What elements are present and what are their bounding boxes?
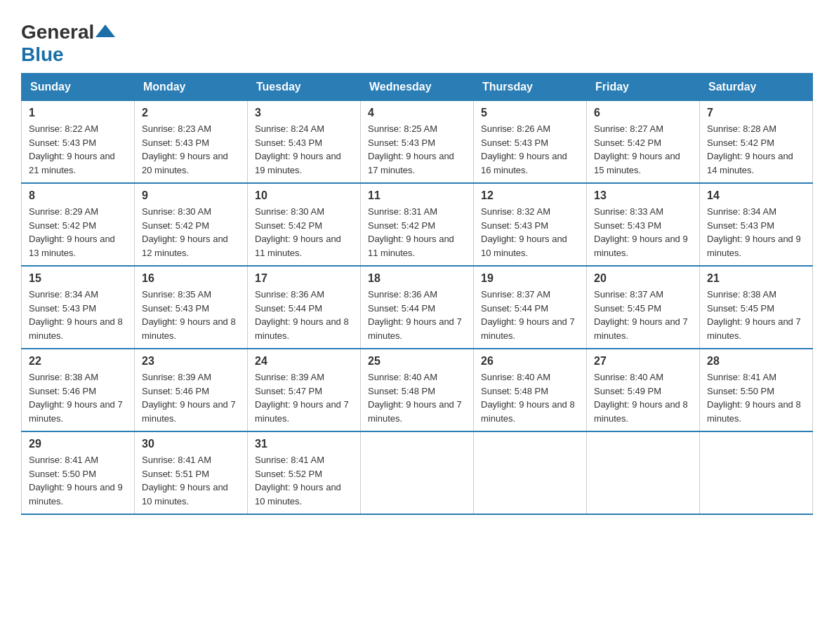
day-info: Sunrise: 8:26 AMSunset: 5:43 PMDaylight:… (481, 123, 567, 175)
calendar-cell (474, 431, 587, 514)
calendar-cell (700, 431, 813, 514)
day-info: Sunrise: 8:28 AMSunset: 5:42 PMDaylight:… (707, 123, 793, 175)
weekday-header-wednesday: Wednesday (361, 74, 474, 101)
calendar-week-row: 1 Sunrise: 8:22 AMSunset: 5:43 PMDayligh… (22, 101, 813, 184)
calendar-week-row: 8 Sunrise: 8:29 AMSunset: 5:42 PMDayligh… (22, 183, 813, 266)
day-info: Sunrise: 8:39 AMSunset: 5:47 PMDaylight:… (255, 372, 349, 424)
day-number: 13 (594, 189, 692, 202)
day-info: Sunrise: 8:27 AMSunset: 5:42 PMDaylight:… (594, 123, 680, 175)
day-number: 9 (142, 189, 240, 202)
logo-general-text: General (21, 21, 94, 43)
calendar-cell: 3 Sunrise: 8:24 AMSunset: 5:43 PMDayligh… (248, 101, 361, 184)
calendar-cell: 14 Sunrise: 8:34 AMSunset: 5:43 PMDaylig… (700, 183, 813, 266)
day-number: 12 (481, 189, 579, 202)
calendar-cell: 4 Sunrise: 8:25 AMSunset: 5:43 PMDayligh… (361, 101, 474, 184)
calendar-cell: 31 Sunrise: 8:41 AMSunset: 5:52 PMDaylig… (248, 431, 361, 514)
calendar-cell: 10 Sunrise: 8:30 AMSunset: 5:42 PMDaylig… (248, 183, 361, 266)
calendar-cell: 5 Sunrise: 8:26 AMSunset: 5:43 PMDayligh… (474, 101, 587, 184)
calendar-cell: 2 Sunrise: 8:23 AMSunset: 5:43 PMDayligh… (135, 101, 248, 184)
day-number: 25 (368, 355, 466, 368)
day-info: Sunrise: 8:32 AMSunset: 5:43 PMDaylight:… (481, 206, 567, 258)
day-number: 30 (142, 438, 240, 450)
day-info: Sunrise: 8:24 AMSunset: 5:43 PMDaylight:… (255, 123, 341, 175)
day-info: Sunrise: 8:41 AMSunset: 5:50 PMDaylight:… (707, 372, 801, 424)
day-info: Sunrise: 8:38 AMSunset: 5:46 PMDaylight:… (29, 372, 123, 424)
day-number: 6 (594, 107, 692, 119)
calendar-cell: 21 Sunrise: 8:38 AMSunset: 5:45 PMDaylig… (700, 266, 813, 349)
calendar-cell: 16 Sunrise: 8:35 AMSunset: 5:43 PMDaylig… (135, 266, 248, 349)
day-info: Sunrise: 8:33 AMSunset: 5:43 PMDaylight:… (594, 206, 688, 258)
logo-area: General Blue (21, 21, 117, 66)
calendar-cell: 9 Sunrise: 8:30 AMSunset: 5:42 PMDayligh… (135, 183, 248, 266)
logo-triangle-icon (95, 25, 115, 37)
calendar-cell (587, 431, 700, 514)
day-number: 10 (255, 189, 353, 202)
day-number: 27 (594, 355, 692, 368)
weekday-header-friday: Friday (587, 74, 700, 101)
day-number: 24 (255, 355, 353, 368)
calendar-cell: 26 Sunrise: 8:40 AMSunset: 5:48 PMDaylig… (474, 349, 587, 431)
day-number: 7 (707, 107, 805, 119)
weekday-header-row: SundayMondayTuesdayWednesdayThursdayFrid… (22, 74, 813, 101)
day-number: 14 (707, 189, 805, 202)
calendar-cell: 13 Sunrise: 8:33 AMSunset: 5:43 PMDaylig… (587, 183, 700, 266)
calendar-cell: 22 Sunrise: 8:38 AMSunset: 5:46 PMDaylig… (22, 349, 135, 431)
calendar-cell: 15 Sunrise: 8:34 AMSunset: 5:43 PMDaylig… (22, 266, 135, 349)
day-info: Sunrise: 8:22 AMSunset: 5:43 PMDaylight:… (29, 123, 115, 175)
day-number: 29 (29, 438, 127, 450)
day-number: 16 (142, 272, 240, 285)
day-number: 19 (481, 272, 579, 285)
calendar-week-row: 15 Sunrise: 8:34 AMSunset: 5:43 PMDaylig… (22, 266, 813, 349)
day-number: 20 (594, 272, 692, 285)
day-info: Sunrise: 8:40 AMSunset: 5:48 PMDaylight:… (368, 372, 462, 424)
day-number: 11 (368, 189, 466, 202)
day-number: 26 (481, 355, 579, 368)
weekday-header-sunday: Sunday (22, 74, 135, 101)
calendar-cell: 6 Sunrise: 8:27 AMSunset: 5:42 PMDayligh… (587, 101, 700, 184)
day-number: 3 (255, 107, 353, 119)
day-info: Sunrise: 8:23 AMSunset: 5:43 PMDaylight:… (142, 123, 228, 175)
calendar-cell: 19 Sunrise: 8:37 AMSunset: 5:44 PMDaylig… (474, 266, 587, 349)
day-number: 17 (255, 272, 353, 285)
weekday-header-monday: Monday (135, 74, 248, 101)
calendar-cell: 27 Sunrise: 8:40 AMSunset: 5:49 PMDaylig… (587, 349, 700, 431)
day-number: 23 (142, 355, 240, 368)
header: General Blue (21, 21, 813, 66)
calendar-cell: 7 Sunrise: 8:28 AMSunset: 5:42 PMDayligh… (700, 101, 813, 184)
day-info: Sunrise: 8:36 AMSunset: 5:44 PMDaylight:… (368, 289, 462, 341)
logo-blue-text: Blue (21, 43, 64, 65)
weekday-header-thursday: Thursday (474, 74, 587, 101)
day-info: Sunrise: 8:30 AMSunset: 5:42 PMDaylight:… (142, 206, 228, 258)
day-info: Sunrise: 8:31 AMSunset: 5:42 PMDaylight:… (368, 206, 454, 258)
day-info: Sunrise: 8:29 AMSunset: 5:42 PMDaylight:… (29, 206, 115, 258)
calendar-cell: 24 Sunrise: 8:39 AMSunset: 5:47 PMDaylig… (248, 349, 361, 431)
calendar-cell: 23 Sunrise: 8:39 AMSunset: 5:46 PMDaylig… (135, 349, 248, 431)
day-number: 31 (255, 438, 353, 450)
calendar-table: SundayMondayTuesdayWednesdayThursdayFrid… (21, 73, 813, 515)
day-number: 21 (707, 272, 805, 285)
day-number: 5 (481, 107, 579, 119)
day-info: Sunrise: 8:38 AMSunset: 5:45 PMDaylight:… (707, 289, 801, 341)
day-info: Sunrise: 8:34 AMSunset: 5:43 PMDaylight:… (29, 289, 123, 341)
logo: General (21, 21, 117, 43)
day-info: Sunrise: 8:36 AMSunset: 5:44 PMDaylight:… (255, 289, 349, 341)
calendar-cell: 20 Sunrise: 8:37 AMSunset: 5:45 PMDaylig… (587, 266, 700, 349)
calendar-cell: 18 Sunrise: 8:36 AMSunset: 5:44 PMDaylig… (361, 266, 474, 349)
day-number: 4 (368, 107, 466, 119)
day-info: Sunrise: 8:41 AMSunset: 5:50 PMDaylight:… (29, 455, 123, 507)
day-info: Sunrise: 8:35 AMSunset: 5:43 PMDaylight:… (142, 289, 236, 341)
calendar-week-row: 29 Sunrise: 8:41 AMSunset: 5:50 PMDaylig… (22, 431, 813, 514)
calendar-week-row: 22 Sunrise: 8:38 AMSunset: 5:46 PMDaylig… (22, 349, 813, 431)
calendar-cell: 8 Sunrise: 8:29 AMSunset: 5:42 PMDayligh… (22, 183, 135, 266)
day-number: 2 (142, 107, 240, 119)
day-info: Sunrise: 8:40 AMSunset: 5:49 PMDaylight:… (594, 372, 688, 424)
calendar-cell (361, 431, 474, 514)
day-number: 28 (707, 355, 805, 368)
day-number: 15 (29, 272, 127, 285)
day-info: Sunrise: 8:41 AMSunset: 5:52 PMDaylight:… (255, 455, 341, 507)
day-info: Sunrise: 8:39 AMSunset: 5:46 PMDaylight:… (142, 372, 236, 424)
day-info: Sunrise: 8:25 AMSunset: 5:43 PMDaylight:… (368, 123, 454, 175)
day-number: 22 (29, 355, 127, 368)
day-info: Sunrise: 8:34 AMSunset: 5:43 PMDaylight:… (707, 206, 801, 258)
calendar-cell: 28 Sunrise: 8:41 AMSunset: 5:50 PMDaylig… (700, 349, 813, 431)
